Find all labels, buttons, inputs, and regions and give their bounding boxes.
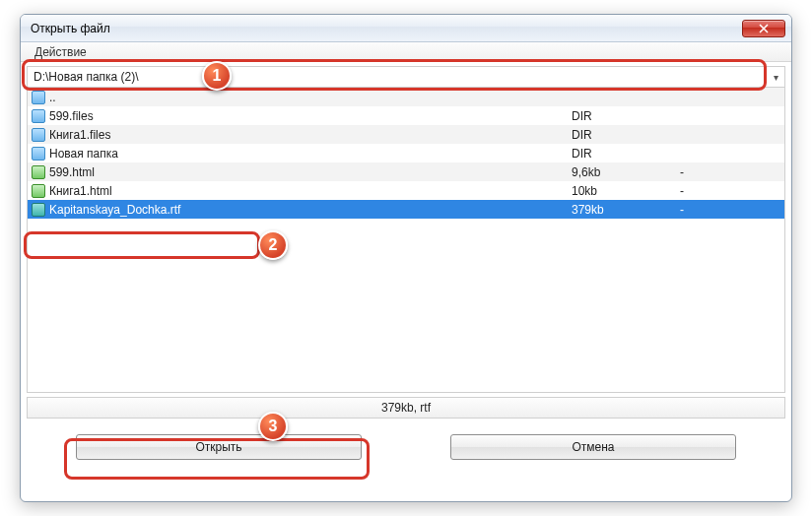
file-extra: -	[680, 184, 719, 198]
file-name: 599.files	[49, 109, 572, 123]
close-button[interactable]	[742, 20, 785, 37]
file-row[interactable]: ..	[28, 88, 784, 106]
file-name: Книга1.html	[49, 184, 572, 198]
folder-icon	[32, 128, 45, 142]
folder-icon	[32, 91, 45, 104]
file-list[interactable]: ..599.filesDIRКнига1.filesDIRНовая папка…	[27, 88, 785, 393]
menu-action[interactable]: Действие	[29, 43, 93, 61]
path-input[interactable]: D:\Новая папка (2)\ ▾	[27, 66, 785, 88]
status-text: 379kb, rtf	[381, 401, 431, 415]
file-extra: -	[680, 165, 719, 179]
folder-icon	[32, 109, 45, 123]
file-row[interactable]: Новая папкаDIR	[28, 144, 784, 162]
file-name: ..	[49, 91, 572, 104]
file-extra: -	[680, 203, 719, 217]
file-row[interactable]: Kapitanskaya_Dochka.rtf379kb-	[28, 200, 784, 219]
document-icon	[32, 203, 45, 217]
menubar: Действие	[21, 42, 791, 62]
titlebar: Открыть файл	[21, 15, 791, 42]
open-button[interactable]: Открыть	[76, 434, 362, 460]
file-open-dialog: Открыть файл Действие D:\Новая папка (2)…	[20, 14, 792, 502]
file-name: Новая папка	[49, 147, 572, 161]
open-button-label: Открыть	[195, 440, 241, 454]
cancel-button-label: Отмена	[572, 440, 614, 454]
window-title: Открыть файл	[31, 22, 110, 35]
file-name: Книга1.files	[49, 128, 572, 142]
cancel-button[interactable]: Отмена	[450, 434, 736, 460]
file-size: DIR	[572, 109, 680, 123]
file-row[interactable]: Книга1.filesDIR	[28, 125, 784, 144]
file-name: Kapitanskaya_Dochka.rtf	[49, 203, 572, 217]
file-size: 379kb	[572, 203, 680, 217]
file-row[interactable]: 599.html9,6kb-	[28, 162, 784, 181]
file-size: DIR	[572, 147, 680, 161]
file-row[interactable]: Книга1.html10kb-	[28, 181, 784, 200]
chevron-down-icon[interactable]: ▾	[774, 72, 778, 83]
file-row[interactable]: 599.filesDIR	[28, 106, 784, 125]
file-size: DIR	[572, 128, 680, 142]
file-size: 9,6kb	[572, 165, 680, 179]
folder-icon	[32, 147, 45, 161]
document-icon	[32, 184, 45, 198]
status-bar: 379kb, rtf	[27, 397, 785, 419]
file-name: 599.html	[49, 165, 572, 179]
button-row: Открыть Отмена	[21, 419, 791, 460]
path-text: D:\Новая папка (2)\	[34, 70, 139, 84]
file-size: 10kb	[572, 184, 680, 198]
document-icon	[32, 165, 45, 179]
close-icon	[759, 24, 769, 33]
